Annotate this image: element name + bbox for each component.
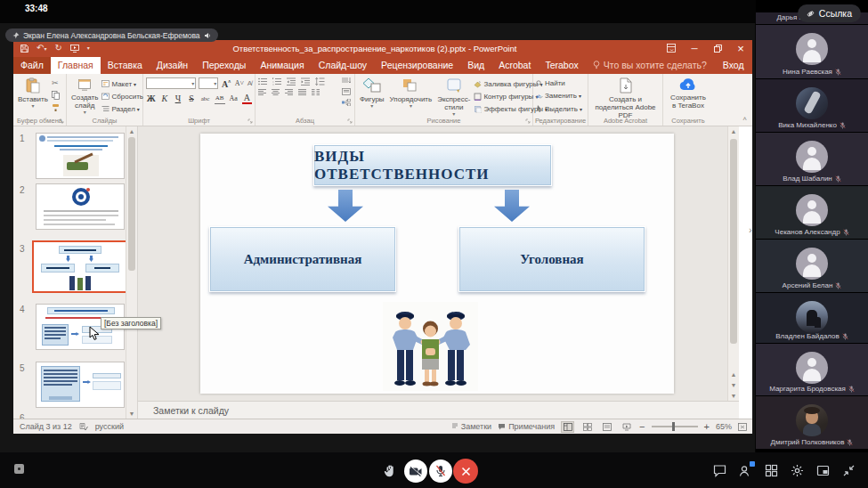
columns-icon[interactable]: [312, 89, 320, 96]
smartart-icon[interactable]: [342, 99, 351, 106]
participant-tile[interactable]: Чеканов Александр: [756, 186, 868, 239]
camera-off-button[interactable]: [404, 460, 427, 483]
new-slide-button[interactable]: Создать слайд ▾: [69, 77, 100, 114]
view-normal-button[interactable]: [561, 421, 574, 433]
section-button[interactable]: Раздел▾: [101, 103, 143, 114]
slide-thumbnail-3-selected[interactable]: [32, 240, 127, 293]
arrange-button[interactable]: Упорядочить ▾: [388, 77, 434, 114]
font-name-combo[interactable]: ▾: [146, 77, 196, 89]
slide-thumbnail-2[interactable]: [36, 183, 125, 230]
slide-title-box[interactable]: ВИДЫ ОТВЕТСТВЕННОСТИ: [313, 144, 552, 186]
collapse-window-button[interactable]: [842, 464, 856, 477]
sidebar-collapse-chevron[interactable]: ›: [749, 224, 752, 235]
drawing-dialog-launcher[interactable]: [525, 118, 531, 124]
language-indicator[interactable]: русский: [95, 422, 124, 431]
sign-in-button[interactable]: Вход: [714, 57, 753, 74]
spellcheck-icon[interactable]: [79, 422, 88, 431]
fit-slide-button[interactable]: [738, 423, 747, 431]
zoom-slider-handle[interactable]: [672, 422, 675, 431]
chat-button[interactable]: [713, 464, 726, 477]
paste-button[interactable]: Вставить ▾: [16, 77, 50, 114]
font-color-button[interactable]: А: [242, 94, 252, 104]
next-slide-button[interactable]: ▼: [728, 382, 739, 388]
underline-button[interactable]: Ч: [173, 94, 183, 104]
tab-view[interactable]: Вид: [460, 57, 491, 74]
format-painter-icon[interactable]: [52, 103, 60, 111]
participant-tile[interactable]: Влад Шабалин: [756, 133, 868, 185]
grow-font-button[interactable]: А˄: [221, 77, 231, 90]
picture-in-picture-button[interactable]: [816, 464, 830, 477]
create-share-pdf-button[interactable]: Создать и поделиться Adobe PDF: [591, 77, 660, 114]
reset-button[interactable]: Сбросить: [101, 91, 143, 102]
clipboard-dialog-launcher[interactable]: [59, 118, 64, 124]
strikethrough-button[interactable]: S: [186, 94, 196, 104]
notes-pane[interactable]: Заметки к слайду: [138, 401, 739, 419]
tell-me-box[interactable]: Что вы хотите сделать?: [586, 57, 714, 74]
copy-icon[interactable]: [52, 91, 60, 100]
participant-tile[interactable]: Арсений Белан: [756, 240, 868, 292]
shapes-button[interactable]: Фигуры ▾: [358, 77, 386, 114]
italic-button[interactable]: К: [159, 94, 169, 104]
view-slideshow-button[interactable]: [620, 421, 633, 433]
find-button[interactable]: Найти: [536, 78, 582, 88]
slide-thumbnail-5[interactable]: [36, 362, 125, 408]
participant-tile[interactable]: Владлен Байдалов: [756, 293, 868, 343]
canvas-scrollbar[interactable]: ▲ ▲ ▼ ▼: [727, 126, 739, 401]
save-icon[interactable]: [20, 45, 28, 53]
align-left-icon[interactable]: [258, 89, 267, 96]
recording-indicator-icon[interactable]: [14, 464, 24, 474]
comments-toggle[interactable]: Примечания: [498, 422, 555, 431]
zoom-out-button[interactable]: −: [639, 421, 645, 432]
grid-view-button[interactable]: [765, 464, 778, 477]
criminal-box[interactable]: Уголовная: [458, 226, 645, 292]
start-slideshow-icon[interactable]: [70, 45, 79, 53]
change-case-button[interactable]: Аа: [229, 94, 239, 104]
panel-scrollbar[interactable]: ▲ ▼: [126, 126, 137, 419]
char-spacing-button[interactable]: АВ: [215, 93, 225, 104]
close-button[interactable]: ×: [729, 40, 752, 56]
replace-button[interactable]: abЗаменить▾: [536, 91, 582, 101]
slide-thumbnail-1[interactable]: [36, 133, 125, 179]
text-shadow-button[interactable]: abc: [200, 94, 211, 104]
redo-button[interactable]: ↻: [54, 44, 61, 53]
line-spacing-icon[interactable]: [315, 77, 325, 85]
notes-toggle[interactable]: Заметки: [451, 422, 491, 431]
tab-review[interactable]: Рецензирование: [374, 57, 460, 74]
font-size-combo[interactable]: ▾: [199, 77, 218, 89]
select-button[interactable]: Выделить▾: [536, 104, 582, 114]
view-reading-button[interactable]: [600, 421, 613, 433]
tab-file[interactable]: Файл: [13, 57, 51, 74]
increase-indent-icon[interactable]: [301, 77, 311, 85]
align-center-icon[interactable]: [272, 89, 280, 96]
mic-off-button[interactable]: [429, 460, 452, 483]
administrative-box[interactable]: Административная: [209, 226, 396, 292]
zoom-in-button[interactable]: +: [704, 421, 710, 432]
align-right-icon[interactable]: [285, 89, 294, 96]
zoom-level[interactable]: 65%: [716, 422, 732, 431]
decrease-indent-icon[interactable]: [287, 77, 296, 85]
zoom-slider[interactable]: [652, 426, 698, 427]
down-arrow-left[interactable]: [328, 190, 363, 222]
tab-slideshow[interactable]: Слайд-шоу: [312, 57, 374, 74]
end-call-button[interactable]: [453, 459, 478, 484]
numbering-icon[interactable]: [272, 77, 282, 85]
justify-icon[interactable]: [298, 89, 307, 96]
restore-button[interactable]: [706, 40, 729, 56]
police-clipart-image[interactable]: [383, 302, 478, 391]
tab-design[interactable]: Дизайн: [150, 57, 195, 74]
collapse-ribbon-button[interactable]: ˄: [742, 115, 747, 123]
down-arrow-right[interactable]: [494, 190, 530, 222]
minimize-button[interactable]: ─: [683, 40, 706, 56]
cut-icon[interactable]: ✂: [52, 79, 60, 87]
tab-home[interactable]: Главная: [51, 57, 101, 74]
bullets-icon[interactable]: [258, 77, 268, 85]
participant-tile[interactable]: Нина Раевская: [756, 25, 868, 78]
participants-button[interactable]: [739, 464, 752, 477]
paragraph-dialog-launcher[interactable]: [347, 118, 353, 124]
ribbon-display-options-button[interactable]: [660, 40, 683, 56]
tab-animations[interactable]: Анимация: [253, 57, 311, 74]
tab-insert[interactable]: Вставка: [101, 57, 150, 74]
font-dialog-launcher[interactable]: [247, 118, 253, 124]
quick-styles-button[interactable]: Экспресс-стили ▾: [435, 77, 472, 114]
undo-button[interactable]: ↶▾: [37, 44, 46, 53]
